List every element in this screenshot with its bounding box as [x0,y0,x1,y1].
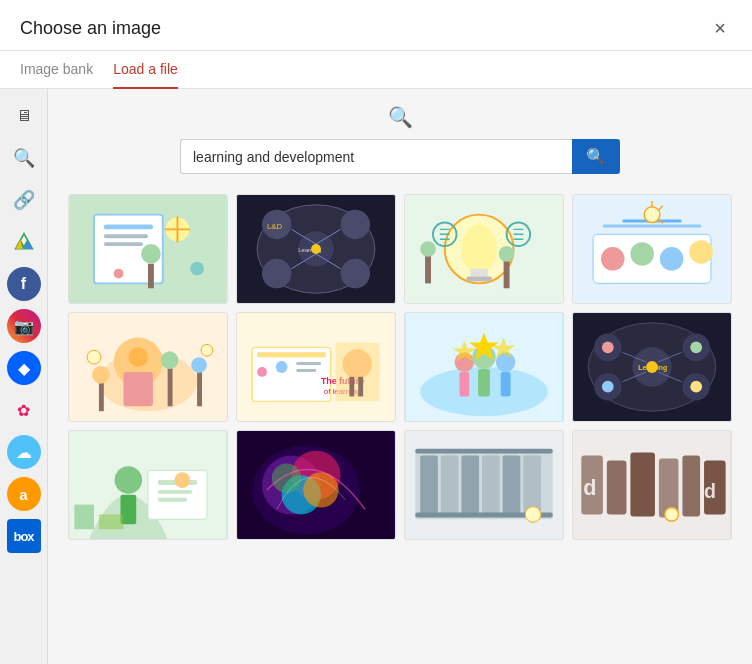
svg-rect-76 [358,377,363,397]
svg-rect-32 [466,276,492,281]
svg-point-67 [257,367,267,377]
svg-rect-75 [349,377,354,397]
image-cell[interactable] [404,430,564,540]
svg-point-42 [630,242,654,266]
svg-rect-4 [104,224,153,229]
svg-rect-82 [478,369,490,396]
svg-rect-113 [99,514,124,529]
svg-point-61 [191,357,207,373]
svg-point-11 [141,244,161,264]
svg-point-57 [161,351,179,369]
svg-rect-58 [99,382,104,411]
svg-point-103 [602,381,614,393]
modal-header: Choose an image × [0,0,752,51]
svg-rect-60 [197,372,202,406]
sidebar-icon-google-drive[interactable] [7,225,41,259]
search-button[interactable]: 🔍 [572,139,620,174]
search-bar: 🔍 [180,139,620,174]
svg-text:d: d [704,480,716,502]
svg-rect-80 [459,372,469,397]
image-cell[interactable] [236,430,396,540]
svg-point-74 [343,349,372,378]
sidebar-icon-dropbox[interactable]: ◆ [7,351,41,385]
svg-point-101 [602,341,614,353]
svg-rect-135 [607,460,627,514]
image-cell[interactable]: d d [572,430,732,540]
image-cell[interactable] [68,194,228,304]
svg-point-63 [201,344,213,356]
image-cell[interactable]: L&D Learning [236,194,396,304]
svg-rect-56 [168,367,173,406]
svg-rect-136 [630,453,655,517]
svg-rect-124 [420,456,438,515]
tab-load-file[interactable]: Load a file [113,51,178,89]
image-cell[interactable]: The future of learning [236,312,396,422]
svg-point-107 [115,466,142,493]
svg-point-30 [461,224,496,273]
svg-point-59 [92,366,110,384]
svg-rect-111 [158,498,187,502]
svg-rect-31 [470,269,488,277]
svg-point-38 [420,241,436,257]
svg-point-18 [262,259,291,288]
svg-point-13 [190,262,204,276]
svg-point-55 [128,347,148,367]
svg-rect-45 [603,224,701,227]
sidebar-icon-facebook[interactable]: f [7,267,41,301]
svg-rect-37 [425,254,431,283]
svg-point-41 [601,247,625,271]
sidebar-icon-cloud[interactable]: ☁ [7,435,41,469]
tabs-bar: Image bank Load a file [0,51,752,89]
image-cell[interactable] [68,430,228,540]
svg-point-96 [646,361,658,373]
search-area: 🔍 🔍 [48,89,752,184]
svg-rect-138 [682,456,700,517]
image-cell[interactable] [572,194,732,304]
svg-rect-35 [504,259,510,288]
image-cell[interactable] [68,312,228,422]
svg-point-47 [644,207,660,223]
sidebar-icon-link[interactable]: 🔗 [7,183,41,217]
image-grid: L&D Learning [48,184,752,664]
sidebar-icon-search[interactable]: 🔍 [7,141,41,175]
svg-rect-126 [461,456,479,515]
svg-point-68 [276,361,288,373]
sidebar-icon-monitor[interactable]: 🖥 [7,99,41,133]
svg-point-121 [272,463,301,492]
tab-image-bank[interactable]: Image bank [20,51,93,89]
svg-rect-125 [441,456,459,515]
svg-rect-130 [415,449,552,454]
svg-point-142 [665,508,679,522]
svg-rect-5 [104,234,148,238]
sidebar-icon-instagram[interactable]: 📷 [7,309,41,343]
image-cell[interactable] [404,194,564,304]
svg-rect-6 [104,242,143,246]
content-area: 🖥 🔍 🔗 f 📷 ◆ ✿ ☁ a box [0,89,752,664]
image-cell[interactable]: Learning [572,312,732,422]
sidebar: 🖥 🔍 🔗 f 📷 ◆ ✿ ☁ a box [0,89,48,664]
search-input[interactable] [180,139,572,174]
svg-point-112 [175,472,191,488]
sidebar-icon-pinwheel[interactable]: ✿ [7,393,41,427]
sidebar-icon-amazon[interactable]: a [7,477,41,511]
svg-rect-70 [296,369,316,372]
svg-point-104 [690,381,702,393]
close-button[interactable]: × [708,16,732,40]
svg-rect-66 [257,352,326,357]
svg-point-12 [114,269,124,279]
svg-rect-128 [503,456,521,515]
svg-rect-10 [148,264,154,289]
svg-rect-84 [501,372,511,397]
modal-title: Choose an image [20,18,161,39]
sidebar-icon-box[interactable]: box [7,519,41,553]
svg-rect-69 [296,362,321,365]
main-content: 🔍 🔍 [48,89,752,664]
svg-point-19 [341,259,370,288]
svg-text:d: d [583,475,596,500]
svg-rect-129 [523,456,541,515]
search-icon-top: 🔍 [388,105,413,129]
svg-point-17 [341,210,370,239]
image-cell[interactable] [404,312,564,422]
svg-point-36 [499,246,515,262]
svg-rect-127 [482,456,500,515]
